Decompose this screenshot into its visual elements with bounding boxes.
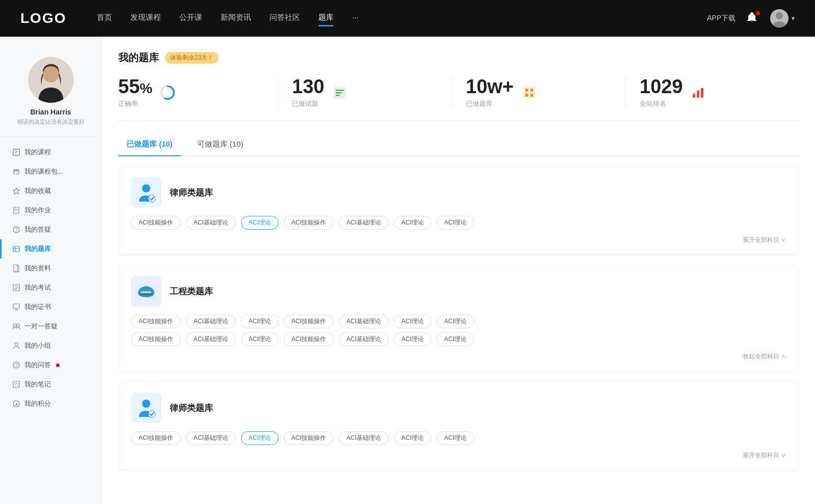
page-title: 我的题库: [118, 51, 159, 65]
sidebar-label-cert: 我的证书: [24, 302, 51, 312]
tag[interactable]: ACI基础理论: [339, 216, 389, 230]
tag[interactable]: ACI技能操作: [131, 431, 181, 445]
expand-link-lawyer1[interactable]: 展开全部科目 ∨: [131, 234, 786, 244]
nav-qa[interactable]: 问答社区: [269, 13, 300, 24]
profile-section: Brian Harris 错误的决定比没有决定要好: [0, 49, 101, 136]
sidebar-label-group: 我的小组: [24, 341, 51, 350]
sidebar-item-package[interactable]: 我的课程包...: [0, 162, 101, 181]
tag[interactable]: ACI理论: [394, 216, 431, 230]
svg-text:?: ?: [15, 227, 18, 233]
tags-row-lawyer1: ACI技能操作 ACI基础理论 ACI理论 ACI技能操作 ACI基础理论 AC…: [131, 216, 786, 230]
list-chart-icon: [332, 85, 348, 101]
tag[interactable]: ACI技能操作: [131, 216, 181, 230]
tags-row-eng2: ACI技能操作 ACI基础理论 ACI理论 ACI技能操作 ACI基础理论 AC…: [131, 332, 786, 346]
nav-news[interactable]: 新闻资讯: [221, 13, 251, 24]
tag[interactable]: ACI理论: [394, 431, 431, 445]
tag[interactable]: ACI基础理论: [186, 216, 236, 230]
svg-rect-6: [13, 149, 19, 155]
nav-qbank[interactable]: 题库: [318, 13, 334, 24]
sidebar-item-qbank[interactable]: 我的题库: [0, 239, 101, 259]
nav-more[interactable]: ···: [352, 13, 359, 24]
svg-point-58: [142, 400, 150, 408]
svg-rect-57: [140, 293, 152, 295]
profile-avatar: [28, 57, 74, 103]
main-layout: Brian Harris 错误的决定比没有决定要好 我的课程 我的课程包... …: [0, 37, 815, 504]
nav-home[interactable]: 首页: [97, 13, 112, 24]
collapse-link-eng[interactable]: 收起全部科目 ∧: [131, 350, 786, 361]
engineering-icon: [131, 276, 161, 306]
svg-point-1: [776, 12, 783, 19]
tag[interactable]: ACI基础理论: [186, 315, 236, 328]
sidebar-label-qbank: 我的题库: [24, 244, 51, 254]
tab-done[interactable]: 已做题库 (10): [118, 135, 181, 155]
trial-badge: 体验剩余23天！: [165, 52, 219, 64]
chevron-down-icon: ▾: [792, 15, 795, 22]
notification-bell[interactable]: [746, 11, 760, 25]
tags-row-eng1: ACI技能操作 ACI基础理论 ACI理论 ACI技能操作 ACI基础理论 AC…: [131, 315, 786, 328]
tag[interactable]: ACI技能操作: [284, 216, 334, 230]
course-icon: [12, 148, 20, 156]
expand-link-lawyer2[interactable]: 展开全部科目 ∨: [131, 449, 786, 460]
tags-row-lawyer2: ACI技能操作 ACI基础理论 ACI理论 ACI技能操作 ACI基础理论 AC…: [131, 431, 786, 445]
tag[interactable]: ACI技能操作: [131, 332, 181, 346]
tag[interactable]: ACI理论: [241, 332, 279, 346]
stat-accuracy: 55% 正确率: [118, 77, 278, 108]
tag[interactable]: ACI基础理论: [339, 332, 389, 346]
page-header: 我的题库 体验剩余23天！: [118, 51, 799, 65]
tag[interactable]: ACI技能操作: [284, 431, 334, 445]
tab-available[interactable]: 可做题库 (10): [189, 135, 252, 155]
topnav-right: APP下载 ▾: [707, 9, 795, 27]
svg-rect-21: [14, 265, 17, 272]
tag-active[interactable]: ACI理论: [241, 216, 279, 230]
sidebar-item-qa[interactable]: ? 我的答疑: [0, 220, 101, 239]
svg-rect-22: [13, 285, 19, 291]
stat-done-questions: 130 已做试题: [278, 77, 451, 108]
sidebar-item-profile[interactable]: 我的资料: [0, 259, 101, 278]
sidebar-item-question[interactable]: ? 我的问答: [0, 355, 101, 375]
bar-chart-icon: [690, 85, 706, 101]
tag[interactable]: ACI基础理论: [339, 431, 389, 445]
sidebar-label-profile: 我的资料: [24, 264, 51, 273]
tag[interactable]: ACI基础理论: [339, 315, 389, 328]
sidebar-item-notes[interactable]: 我的笔记: [0, 375, 101, 394]
nav-links: 首页 发现课程 公开课 新闻资讯 问答社区 题库 ···: [97, 13, 707, 24]
qa-icon: ?: [12, 226, 20, 234]
tag[interactable]: ACI基础理论: [186, 332, 236, 346]
tag[interactable]: ACI理论: [437, 315, 474, 328]
nav-discover[interactable]: 发现课程: [130, 13, 161, 24]
tag-active[interactable]: ACI理论: [241, 431, 279, 445]
nav-open-course[interactable]: 公开课: [179, 13, 202, 24]
tag[interactable]: ACI技能操作: [284, 332, 334, 346]
tag[interactable]: ACI理论: [437, 216, 474, 230]
tag[interactable]: ACI技能操作: [284, 315, 334, 328]
tag[interactable]: ACI理论: [241, 315, 279, 328]
svg-rect-42: [336, 92, 342, 94]
tag[interactable]: ACI理论: [437, 431, 474, 445]
sidebar-item-favorites[interactable]: 我的收藏: [0, 181, 101, 201]
sidebar-label-exam: 我的考试: [24, 283, 51, 292]
svg-rect-45: [525, 89, 528, 92]
user-avatar-menu[interactable]: ▾: [770, 9, 795, 27]
sidebar-item-points[interactable]: ★ 我的积分: [0, 394, 101, 413]
svg-marker-12: [13, 188, 19, 194]
tag[interactable]: ACI基础理论: [186, 431, 236, 445]
svg-rect-41: [336, 90, 344, 91]
tag[interactable]: ACI理论: [437, 332, 474, 346]
sidebar-item-exam[interactable]: 我的考试: [0, 278, 101, 297]
note-icon: [12, 380, 20, 388]
app-download-link[interactable]: APP下载: [707, 14, 736, 23]
sidebar-item-oneone[interactable]: 一对一答疑: [0, 317, 101, 336]
tag[interactable]: ACI技能操作: [131, 315, 181, 328]
sidebar-item-course[interactable]: 我的课程: [0, 143, 101, 162]
sidebar-item-cert[interactable]: 我的证书: [0, 297, 101, 317]
tabs-row: 已做题库 (10) 可做题库 (10): [118, 135, 799, 156]
qbank-card-header-eng: 工程类题库: [131, 276, 786, 306]
qbank-title-eng: 工程类题库: [170, 286, 213, 297]
sidebar-item-group[interactable]: 我的小组: [0, 336, 101, 355]
tag[interactable]: ACI理论: [394, 332, 431, 346]
points-icon: ★: [12, 400, 20, 408]
logo: LOGO: [20, 10, 66, 26]
tag[interactable]: ACI理论: [394, 315, 431, 328]
sidebar-item-homework[interactable]: 我的作业: [0, 201, 101, 220]
main-content: 我的题库 体验剩余23天！ 55% 正确率: [102, 37, 815, 504]
